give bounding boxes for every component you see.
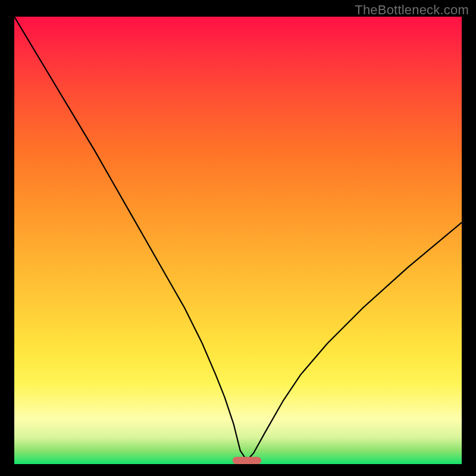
chart-frame: TheBottleneck.com (0, 0, 476, 476)
minimum-marker (233, 457, 261, 464)
bottleneck-curve (14, 17, 462, 461)
chart-svg (14, 17, 462, 464)
watermark-text: TheBottleneck.com (355, 2, 469, 18)
plot-area (14, 17, 462, 464)
